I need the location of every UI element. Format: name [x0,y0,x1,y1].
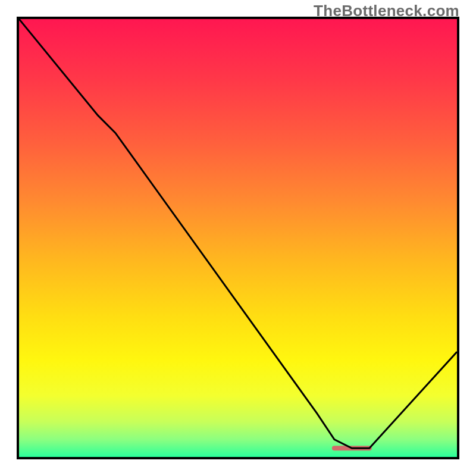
curve-layer [19,19,457,457]
bottleneck-curve [19,19,457,448]
plot-area [17,17,459,459]
chart-frame: TheBottleneck.com [0,0,476,476]
